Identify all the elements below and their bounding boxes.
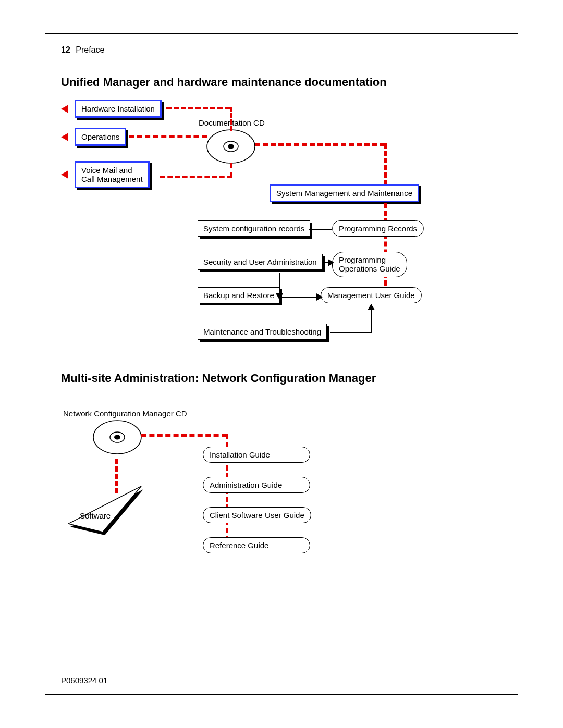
page-header: 12 Preface [61,45,104,55]
connector [160,176,232,178]
label-ncm-cd: Network Configuration Manager CD [63,409,187,418]
arrow-left-icon [61,170,68,179]
software-triangle-icon [68,482,146,539]
page-number: 12 [61,45,70,54]
section-title-1: Unified Manager and hardware maintenance… [61,76,387,89]
connector [129,135,207,138]
box-operations: Operations [75,128,126,146]
footer-code: P0609324 01 [61,676,107,685]
box-sys-config-records: System configuration records [198,220,310,237]
label-software: Software [80,511,111,520]
connector [330,332,371,333]
box-hardware-installation: Hardware Installation [75,100,162,118]
box-security-admin: Security and User Administration [198,254,323,270]
arrow-up-icon [368,304,375,310]
connector [279,297,320,298]
connector [309,229,332,230]
pill-prog-ops-guide: Programming Operations Guide [332,252,407,277]
svg-point-5 [114,435,120,440]
section-title-2: Multi-site Administration: Network Confi… [61,372,376,385]
connector [230,107,232,131]
footer-rule [61,671,502,671]
box-backup-restore: Backup and Restore [198,287,280,303]
arrow-left-icon [61,133,68,141]
pill-programming-records: Programming Records [332,220,424,237]
connector [255,143,385,146]
connector [384,203,387,293]
box-sys-mgmt: System Management and Maintenance [270,184,419,202]
connector [230,163,232,178]
pill-mgmt-user-guide: Management User Guide [321,287,422,303]
box-maintenance: Maintenance and Troubleshooting [198,324,327,340]
header-section: Preface [76,45,104,54]
cd-icon [92,417,142,464]
diagram-2: Network Configuration Manager CD Softwar… [61,409,502,576]
diagram-1: Hardware Installation Operations Voice M… [61,100,502,376]
pill-admin-guide: Administration Guide [203,477,310,493]
arrow-right-icon [328,259,334,266]
pill-ref-guide: Reference Guide [203,537,310,553]
arrow-left-icon [61,105,68,113]
pill-client-guide: Client Software User Guide [203,507,311,523]
svg-marker-7 [68,486,141,532]
connector [141,434,227,437]
connector [384,143,387,185]
svg-point-2 [228,144,234,149]
pill-install-guide: Installation Guide [203,447,310,463]
arrow-right-icon [316,293,323,301]
box-voicemail: Voice Mail and Call Management [75,161,150,188]
connector [279,273,280,294]
connector [166,107,230,109]
